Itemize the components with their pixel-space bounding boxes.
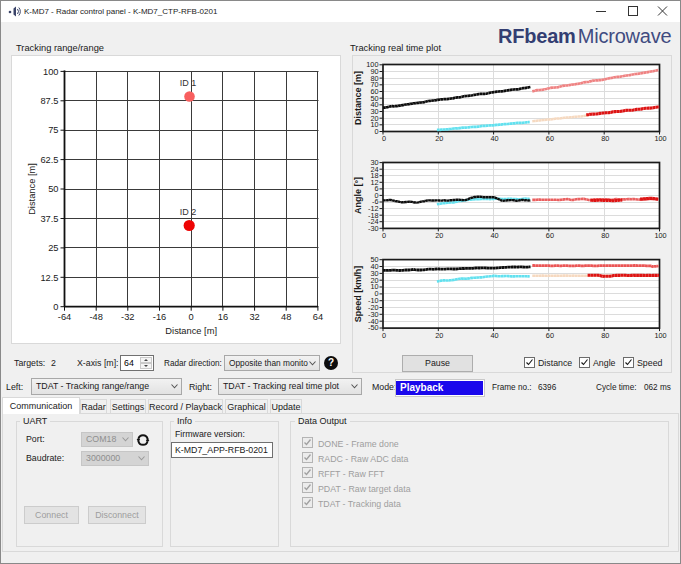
svg-text:80: 80: [601, 134, 609, 143]
svg-text:62.5: 62.5: [40, 155, 58, 165]
svg-text:50: 50: [370, 255, 378, 264]
svg-text:100: 100: [654, 134, 666, 143]
svg-text:0: 0: [382, 331, 386, 340]
svg-text:40: 40: [491, 231, 499, 240]
svg-text:100: 100: [654, 331, 666, 340]
svg-text:-16: -16: [153, 312, 166, 322]
svg-text:32: 32: [249, 312, 259, 322]
svg-text:16: 16: [218, 312, 228, 322]
svg-text:48: 48: [281, 312, 291, 322]
svg-text:20: 20: [435, 331, 443, 340]
svg-text:0: 0: [382, 134, 386, 143]
svg-text:20: 20: [435, 134, 443, 143]
svg-text:50: 50: [48, 184, 58, 194]
svg-text:80: 80: [601, 331, 609, 340]
svg-text:75: 75: [48, 125, 58, 135]
svg-text:Distance [m]: Distance [m]: [165, 326, 217, 336]
svg-text:0: 0: [53, 302, 58, 312]
svg-text:12.5: 12.5: [40, 273, 58, 283]
svg-text:40: 40: [491, 134, 499, 143]
svg-text:Speed [km/h]: Speed [km/h]: [353, 266, 363, 323]
svg-text:0: 0: [382, 231, 386, 240]
svg-text:0: 0: [189, 312, 194, 322]
svg-text:ID 1: ID 1: [180, 78, 197, 88]
svg-text:100: 100: [43, 67, 59, 77]
svg-text:100: 100: [366, 60, 378, 69]
svg-text:ID 2: ID 2: [180, 207, 197, 217]
svg-text:64: 64: [313, 312, 323, 322]
svg-text:20: 20: [435, 231, 443, 240]
svg-text:-32: -32: [121, 312, 134, 322]
svg-text:80: 80: [601, 231, 609, 240]
svg-text:40: 40: [491, 331, 499, 340]
svg-text:60: 60: [546, 231, 554, 240]
svg-text:60: 60: [546, 134, 554, 143]
svg-text:Distance [m]: Distance [m]: [353, 71, 363, 125]
svg-text:25: 25: [48, 243, 58, 253]
svg-text:87.5: 87.5: [40, 96, 58, 106]
svg-text:100: 100: [654, 231, 666, 240]
svg-text:60: 60: [546, 331, 554, 340]
svg-text:-48: -48: [89, 312, 102, 322]
svg-text:Distance [m]: Distance [m]: [27, 163, 37, 215]
svg-text:Angle [°]: Angle [°]: [353, 177, 363, 214]
svg-text:37.5: 37.5: [40, 214, 58, 224]
svg-text:30: 30: [370, 158, 378, 167]
svg-text:-64: -64: [58, 312, 71, 322]
